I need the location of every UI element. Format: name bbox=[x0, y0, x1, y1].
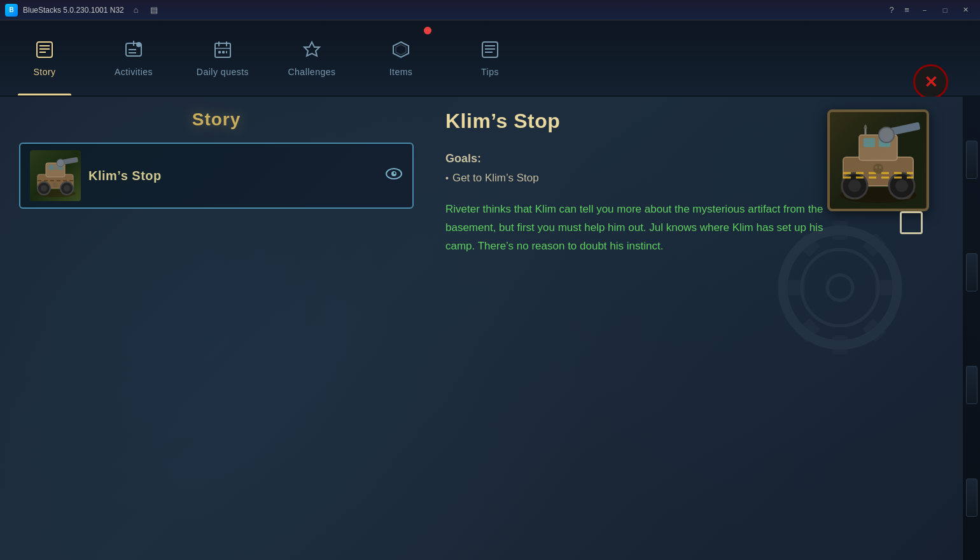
window-controls: ? ≡ − □ ✕ bbox=[885, 3, 975, 17]
quest-item-name: Klim’s Stop bbox=[88, 169, 377, 183]
items-icon bbox=[391, 39, 411, 63]
tab-items-label: Items bbox=[389, 67, 413, 77]
help-icon[interactable]: ? bbox=[885, 3, 899, 17]
svg-point-69 bbox=[875, 166, 878, 169]
right-side-panel bbox=[962, 97, 980, 560]
left-panel: Story bbox=[0, 97, 433, 560]
quest-description: Riveter thinks that Klim can tell you mo… bbox=[445, 200, 853, 256]
svg-point-41 bbox=[57, 159, 64, 167]
tab-tips-label: Tips bbox=[481, 67, 499, 77]
panel-title: Story bbox=[19, 109, 414, 130]
svg-point-50 bbox=[394, 172, 396, 174]
app-title: BlueStacks 5.0.230.1001 N32 bbox=[23, 6, 124, 15]
tab-story-label: Story bbox=[33, 67, 55, 77]
svg-rect-13 bbox=[218, 51, 221, 53]
goal-text: Get to Klim’s Stop bbox=[452, 172, 539, 185]
svg-point-63 bbox=[848, 179, 861, 192]
quest-image-large bbox=[827, 109, 929, 211]
tab-daily-quests[interactable]: Daily quests bbox=[178, 20, 267, 95]
quest-checkbox[interactable] bbox=[900, 211, 923, 234]
quest-thumbnail bbox=[30, 150, 81, 201]
activities-icon bbox=[123, 39, 144, 63]
svg-rect-15 bbox=[226, 51, 227, 53]
right-panel: Klim’s Stop Goals: • Get to Klim’s Stop … bbox=[433, 97, 980, 560]
titlebar: B BlueStacks 5.0.230.1001 N32 ⌂ ▤ ? ≡ − … bbox=[0, 0, 980, 20]
svg-point-61 bbox=[879, 127, 894, 143]
svg-point-5 bbox=[136, 42, 141, 47]
svg-point-53 bbox=[843, 186, 856, 199]
tab-activities-label: Activities bbox=[115, 67, 153, 77]
tab-challenges-label: Challenges bbox=[288, 67, 335, 77]
tab-activities[interactable]: Activities bbox=[89, 20, 178, 95]
main-content: Story bbox=[0, 97, 980, 560]
svg-point-45 bbox=[64, 185, 70, 192]
tab-items[interactable]: Items bbox=[356, 20, 445, 95]
svg-point-65 bbox=[895, 179, 908, 192]
svg-point-54 bbox=[840, 185, 849, 193]
side-panel-item-1[interactable] bbox=[966, 141, 977, 179]
svg-rect-57 bbox=[859, 135, 897, 160]
home-icon[interactable]: ⌂ bbox=[129, 3, 143, 17]
quest-eye-icon bbox=[385, 167, 403, 184]
nav-bar: Story Activities bbox=[0, 20, 980, 97]
side-panel-item-3[interactable] bbox=[966, 366, 977, 404]
svg-rect-56 bbox=[843, 157, 913, 186]
svg-rect-60 bbox=[888, 122, 920, 136]
quest-item-klims-stop[interactable]: Klim’s Stop bbox=[19, 143, 414, 209]
tips-icon bbox=[480, 39, 500, 63]
svg-point-43 bbox=[41, 185, 47, 192]
svg-rect-9 bbox=[215, 43, 230, 57]
quest-image-frame bbox=[827, 109, 929, 211]
svg-point-52 bbox=[840, 188, 916, 203]
tab-story[interactable]: Story bbox=[0, 20, 89, 95]
app-logo: B bbox=[5, 4, 18, 17]
svg-marker-72 bbox=[864, 124, 867, 129]
tab-tips[interactable]: Tips bbox=[445, 20, 535, 95]
svg-rect-14 bbox=[222, 51, 225, 53]
svg-rect-51 bbox=[830, 113, 926, 208]
titlebar-icons: ⌂ ▤ bbox=[129, 3, 161, 17]
close-button[interactable]: ✕ bbox=[956, 3, 975, 17]
svg-rect-59 bbox=[879, 138, 890, 147]
side-panel-item-2[interactable] bbox=[966, 253, 977, 291]
svg-point-70 bbox=[879, 166, 881, 169]
titlebar-left: B BlueStacks 5.0.230.1001 N32 ⌂ ▤ bbox=[5, 3, 161, 17]
svg-point-55 bbox=[902, 189, 912, 199]
daily-quests-icon bbox=[213, 39, 233, 63]
svg-rect-38 bbox=[48, 165, 55, 170]
tab-daily-quests-label: Daily quests bbox=[197, 67, 249, 77]
items-badge bbox=[424, 27, 431, 34]
challenges-icon bbox=[302, 39, 322, 63]
story-icon bbox=[34, 39, 55, 63]
svg-point-64 bbox=[889, 173, 914, 199]
svg-point-62 bbox=[842, 173, 867, 199]
side-panel-item-4[interactable] bbox=[966, 479, 977, 517]
tab-challenges[interactable]: Challenges bbox=[267, 20, 356, 95]
folder-icon[interactable]: ▤ bbox=[147, 3, 161, 17]
svg-point-68 bbox=[873, 164, 883, 174]
main-close-button[interactable]: ✕ bbox=[913, 64, 948, 99]
hamburger-icon[interactable]: ≡ bbox=[900, 3, 914, 17]
quest-thumb-image bbox=[30, 150, 81, 201]
svg-point-47 bbox=[53, 183, 58, 188]
maximize-button[interactable]: □ bbox=[935, 3, 955, 17]
svg-marker-17 bbox=[396, 45, 406, 55]
svg-rect-58 bbox=[864, 138, 875, 147]
goal-bullet: • bbox=[445, 173, 449, 183]
close-x-icon: ✕ bbox=[924, 74, 938, 90]
minimize-button[interactable]: − bbox=[915, 3, 934, 17]
